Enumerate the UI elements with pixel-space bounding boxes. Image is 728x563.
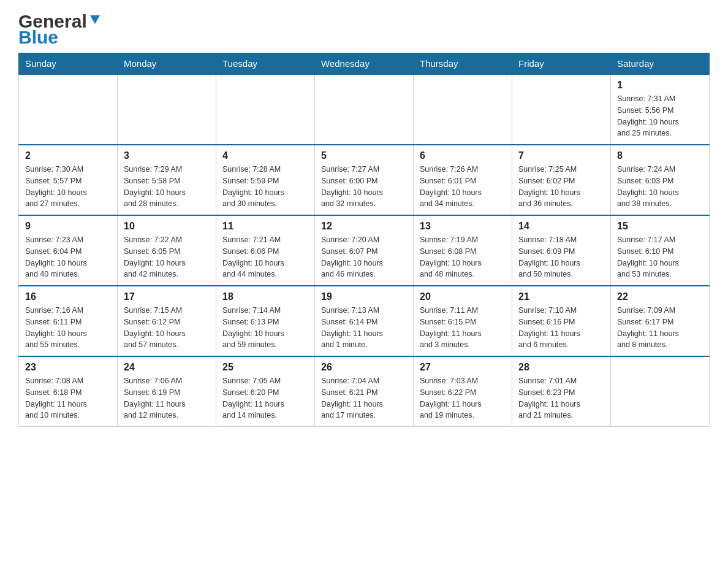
calendar-cell [611, 356, 710, 427]
day-number: 23 [25, 362, 111, 373]
calendar-cell: 16Sunrise: 7:16 AMSunset: 6:11 PMDayligh… [19, 286, 118, 356]
calendar-cell: 14Sunrise: 7:18 AMSunset: 6:09 PMDayligh… [512, 215, 611, 286]
day-number: 2 [25, 150, 111, 161]
day-number: 6 [420, 150, 506, 161]
calendar-cell: 4Sunrise: 7:28 AMSunset: 5:59 PMDaylight… [216, 145, 315, 215]
calendar-cell: 6Sunrise: 7:26 AMSunset: 6:01 PMDaylight… [414, 145, 512, 215]
calendar-cell: 28Sunrise: 7:01 AMSunset: 6:23 PMDayligh… [512, 356, 611, 427]
day-number: 28 [518, 362, 604, 373]
day-number: 10 [124, 221, 210, 232]
day-info: Sunrise: 7:18 AMSunset: 6:09 PMDaylight:… [518, 234, 604, 280]
calendar-cell: 19Sunrise: 7:13 AMSunset: 6:14 PMDayligh… [315, 286, 414, 356]
day-info: Sunrise: 7:24 AMSunset: 6:03 PMDaylight:… [617, 164, 703, 210]
day-number: 25 [222, 362, 308, 373]
day-number: 4 [222, 150, 308, 161]
day-info: Sunrise: 7:23 AMSunset: 6:04 PMDaylight:… [25, 234, 111, 280]
calendar-week-row: 23Sunrise: 7:08 AMSunset: 6:18 PMDayligh… [19, 356, 710, 427]
logo-blue-text: Blue [18, 28, 58, 47]
day-number: 13 [420, 221, 506, 232]
day-info: Sunrise: 7:16 AMSunset: 6:11 PMDaylight:… [25, 305, 111, 351]
day-info: Sunrise: 7:21 AMSunset: 6:06 PMDaylight:… [222, 234, 308, 280]
day-number: 9 [25, 221, 111, 232]
day-info: Sunrise: 7:17 AMSunset: 6:10 PMDaylight:… [617, 234, 703, 280]
day-info: Sunrise: 7:19 AMSunset: 6:08 PMDaylight:… [420, 234, 506, 280]
day-number: 7 [518, 150, 604, 161]
calendar-cell: 17Sunrise: 7:15 AMSunset: 6:12 PMDayligh… [118, 286, 216, 356]
column-header-wednesday: Wednesday [315, 53, 414, 75]
calendar-cell [19, 74, 118, 145]
column-header-thursday: Thursday [414, 53, 512, 75]
calendar-header-row: SundayMondayTuesdayWednesdayThursdayFrid… [19, 53, 710, 75]
calendar-cell: 10Sunrise: 7:22 AMSunset: 6:05 PMDayligh… [118, 215, 216, 286]
column-header-tuesday: Tuesday [216, 53, 315, 75]
calendar-week-row: 1Sunrise: 7:31 AMSunset: 5:56 PMDaylight… [19, 74, 710, 145]
logo-area: General Blue [18, 12, 102, 47]
calendar-cell: 9Sunrise: 7:23 AMSunset: 6:04 PMDaylight… [19, 215, 118, 286]
column-header-friday: Friday [512, 53, 611, 75]
day-info: Sunrise: 7:10 AMSunset: 6:16 PMDaylight:… [518, 305, 604, 351]
day-number: 8 [617, 150, 703, 161]
day-info: Sunrise: 7:09 AMSunset: 6:17 PMDaylight:… [617, 305, 703, 351]
page-header: General Blue [18, 12, 710, 47]
column-header-sunday: Sunday [19, 53, 118, 75]
calendar-cell: 1Sunrise: 7:31 AMSunset: 5:56 PMDaylight… [611, 74, 710, 145]
day-info: Sunrise: 7:06 AMSunset: 6:19 PMDaylight:… [124, 375, 210, 421]
day-info: Sunrise: 7:14 AMSunset: 6:13 PMDaylight:… [222, 305, 308, 351]
calendar-cell: 20Sunrise: 7:11 AMSunset: 6:15 PMDayligh… [414, 286, 512, 356]
calendar-week-row: 16Sunrise: 7:16 AMSunset: 6:11 PMDayligh… [19, 286, 710, 356]
logo-triangle-icon [88, 12, 102, 26]
day-info: Sunrise: 7:04 AMSunset: 6:21 PMDaylight:… [321, 375, 407, 421]
calendar-cell: 12Sunrise: 7:20 AMSunset: 6:07 PMDayligh… [315, 215, 414, 286]
day-number: 15 [617, 221, 703, 232]
day-number: 20 [420, 291, 506, 302]
calendar-cell: 23Sunrise: 7:08 AMSunset: 6:18 PMDayligh… [19, 356, 118, 427]
day-number: 14 [518, 221, 604, 232]
day-info: Sunrise: 7:25 AMSunset: 6:02 PMDaylight:… [518, 164, 604, 210]
day-info: Sunrise: 7:05 AMSunset: 6:20 PMDaylight:… [222, 375, 308, 421]
day-number: 24 [124, 362, 210, 373]
day-number: 26 [321, 362, 407, 373]
day-number: 12 [321, 221, 407, 232]
day-number: 11 [222, 221, 308, 232]
calendar-cell: 2Sunrise: 7:30 AMSunset: 5:57 PMDaylight… [19, 145, 118, 215]
svg-marker-0 [90, 15, 100, 24]
day-number: 22 [617, 291, 703, 302]
day-info: Sunrise: 7:22 AMSunset: 6:05 PMDaylight:… [124, 234, 210, 280]
day-number: 3 [124, 150, 210, 161]
day-number: 1 [617, 80, 703, 91]
calendar-week-row: 9Sunrise: 7:23 AMSunset: 6:04 PMDaylight… [19, 215, 710, 286]
calendar-cell: 13Sunrise: 7:19 AMSunset: 6:08 PMDayligh… [414, 215, 512, 286]
day-info: Sunrise: 7:01 AMSunset: 6:23 PMDaylight:… [518, 375, 604, 421]
calendar-cell [414, 74, 512, 145]
calendar-cell: 8Sunrise: 7:24 AMSunset: 6:03 PMDaylight… [611, 145, 710, 215]
column-header-monday: Monday [118, 53, 216, 75]
day-info: Sunrise: 7:27 AMSunset: 6:00 PMDaylight:… [321, 164, 407, 210]
day-info: Sunrise: 7:15 AMSunset: 6:12 PMDaylight:… [124, 305, 210, 351]
calendar-cell [315, 74, 414, 145]
day-info: Sunrise: 7:08 AMSunset: 6:18 PMDaylight:… [25, 375, 111, 421]
calendar-cell: 24Sunrise: 7:06 AMSunset: 6:19 PMDayligh… [118, 356, 216, 427]
calendar-cell: 21Sunrise: 7:10 AMSunset: 6:16 PMDayligh… [512, 286, 611, 356]
calendar-cell: 7Sunrise: 7:25 AMSunset: 6:02 PMDaylight… [512, 145, 611, 215]
day-number: 19 [321, 291, 407, 302]
calendar-cell: 11Sunrise: 7:21 AMSunset: 6:06 PMDayligh… [216, 215, 315, 286]
calendar-cell: 26Sunrise: 7:04 AMSunset: 6:21 PMDayligh… [315, 356, 414, 427]
calendar-table: SundayMondayTuesdayWednesdayThursdayFrid… [18, 53, 710, 427]
day-info: Sunrise: 7:31 AMSunset: 5:56 PMDaylight:… [617, 93, 703, 139]
day-number: 17 [124, 291, 210, 302]
day-info: Sunrise: 7:29 AMSunset: 5:58 PMDaylight:… [124, 164, 210, 210]
day-number: 18 [222, 291, 308, 302]
day-number: 27 [420, 362, 506, 373]
calendar-cell: 22Sunrise: 7:09 AMSunset: 6:17 PMDayligh… [611, 286, 710, 356]
calendar-cell: 15Sunrise: 7:17 AMSunset: 6:10 PMDayligh… [611, 215, 710, 286]
day-info: Sunrise: 7:11 AMSunset: 6:15 PMDaylight:… [420, 305, 506, 351]
calendar-cell: 25Sunrise: 7:05 AMSunset: 6:20 PMDayligh… [216, 356, 315, 427]
calendar-week-row: 2Sunrise: 7:30 AMSunset: 5:57 PMDaylight… [19, 145, 710, 215]
day-number: 5 [321, 150, 407, 161]
day-info: Sunrise: 7:03 AMSunset: 6:22 PMDaylight:… [420, 375, 506, 421]
calendar-cell: 18Sunrise: 7:14 AMSunset: 6:13 PMDayligh… [216, 286, 315, 356]
column-header-saturday: Saturday [611, 53, 710, 75]
day-info: Sunrise: 7:28 AMSunset: 5:59 PMDaylight:… [222, 164, 308, 210]
calendar-cell [512, 74, 611, 145]
day-info: Sunrise: 7:20 AMSunset: 6:07 PMDaylight:… [321, 234, 407, 280]
